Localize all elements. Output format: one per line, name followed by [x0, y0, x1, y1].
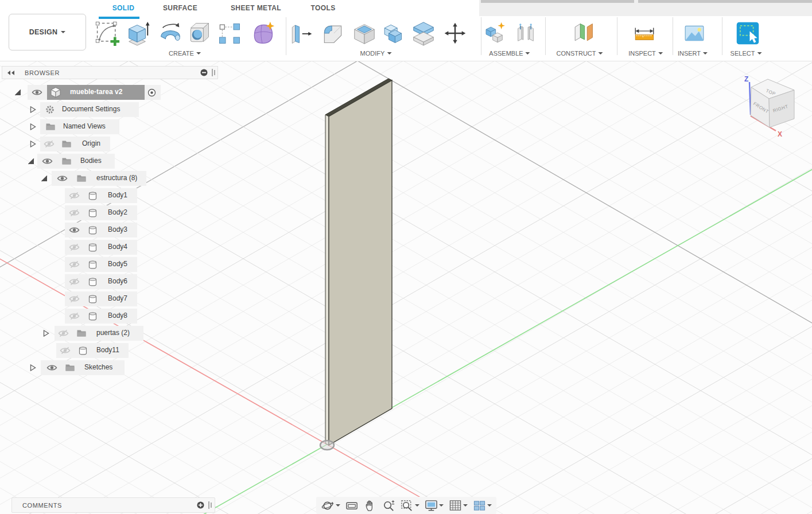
panel-drag-handle[interactable] — [211, 503, 212, 508]
eye-hidden-icon[interactable] — [69, 313, 80, 320]
construction-plane-button[interactable] — [570, 21, 595, 46]
tree-label[interactable]: Origin — [82, 139, 100, 147]
eye-hidden-icon[interactable] — [60, 347, 71, 354]
expand-arrow-icon[interactable] — [30, 141, 36, 147]
group-create[interactable]: CREATE — [169, 50, 201, 57]
tree-row-bodies[interactable]: Bodies — [0, 154, 224, 169]
eye-visible-icon[interactable] — [57, 175, 68, 182]
display-settings-button[interactable] — [423, 499, 445, 512]
tree-row-body8[interactable]: Body8 — [0, 309, 224, 324]
eye-hidden-icon[interactable] — [58, 330, 69, 337]
design-menu-button[interactable]: DESIGN — [9, 14, 86, 50]
eye-hidden-icon[interactable] — [69, 244, 80, 251]
comments-panel-header[interactable]: COMMENTS — [11, 497, 215, 513]
eye-hidden-icon[interactable] — [69, 278, 80, 285]
eye-visible-icon[interactable] — [42, 158, 53, 165]
press-pull-button[interactable] — [289, 21, 313, 45]
revolve-button[interactable] — [157, 20, 184, 46]
panel-drag-handle[interactable] — [212, 69, 213, 76]
extrude-button[interactable] — [125, 20, 151, 46]
expand-arrow-icon[interactable] — [41, 175, 48, 182]
tree-row-root-component[interactable]: mueble-tarea v2 — [0, 85, 224, 100]
insert-button[interactable] — [683, 22, 705, 44]
shell-button[interactable] — [351, 20, 378, 46]
tab-surface[interactable]: SURFACE — [163, 4, 197, 12]
tree-label[interactable]: estructura (8) — [96, 174, 137, 182]
eye-visible-icon[interactable] — [69, 227, 80, 233]
combine-button[interactable] — [379, 21, 405, 46]
expand-arrow-icon[interactable] — [30, 123, 36, 130]
tree-row-sketches[interactable]: Sketches — [0, 360, 224, 375]
tree-label[interactable]: Sketches — [84, 363, 112, 371]
group-insert[interactable]: INSERT — [678, 50, 708, 57]
add-comment-icon[interactable] — [197, 501, 204, 509]
tree-row-estructura[interactable]: estructura (8) — [0, 171, 224, 186]
tree-label[interactable]: Body3 — [108, 225, 127, 233]
browser-panel-header[interactable]: BROWSER — [2, 66, 218, 79]
tree-label[interactable]: Body11 — [96, 346, 119, 354]
eye-hidden-icon[interactable] — [69, 261, 80, 268]
tree-label[interactable]: Body6 — [108, 277, 127, 285]
panel-body3[interactable] — [325, 79, 392, 445]
fit-button[interactable] — [399, 499, 421, 512]
look-at-button[interactable] — [344, 499, 360, 512]
tab-sheet-metal[interactable]: SHEET METAL — [231, 4, 281, 12]
group-modify[interactable]: MODIFY — [360, 50, 392, 57]
move-copy-button[interactable] — [444, 22, 467, 45]
tree-row-body2[interactable]: Body2 — [0, 205, 224, 220]
tree-label[interactable]: Body1 — [108, 191, 127, 199]
eye-hidden-icon[interactable] — [69, 192, 80, 199]
tree-row-body1[interactable]: Body1 — [0, 188, 224, 203]
tab-tools[interactable]: TOOLS — [310, 4, 335, 12]
eye-hidden-icon[interactable] — [44, 141, 55, 147]
tree-label[interactable]: Body7 — [108, 294, 127, 302]
expand-arrow-icon[interactable] — [30, 106, 36, 113]
group-construct[interactable]: CONSTRUCT — [556, 50, 603, 57]
rectangular-pattern-button[interactable] — [217, 21, 242, 45]
panel-drag-handle[interactable] — [208, 501, 209, 509]
fillet-button[interactable] — [320, 21, 345, 46]
viewports-button[interactable] — [471, 499, 494, 512]
create-sketch-button[interactable] — [95, 21, 120, 46]
minimize-panel-icon[interactable] — [200, 69, 208, 76]
create-form-button[interactable] — [250, 21, 275, 46]
zoom-button[interactable] — [380, 499, 397, 512]
tree-row-origin[interactable]: Origin — [0, 137, 224, 151]
tree-row-named-views[interactable]: Named Views — [0, 119, 224, 134]
panel-drag-handle[interactable] — [214, 70, 215, 75]
tree-label[interactable]: puertas (2) — [96, 329, 130, 337]
collapse-panel-icon[interactable] — [7, 70, 15, 76]
tree-label[interactable]: Document Settings — [62, 105, 120, 113]
tree-label[interactable]: Bodies — [80, 157, 102, 165]
new-component-button[interactable] — [483, 22, 506, 45]
orbit-button[interactable] — [320, 499, 342, 512]
tab-solid[interactable]: SOLID — [112, 4, 135, 12]
group-inspect[interactable]: INSPECT — [628, 50, 663, 57]
expand-arrow-icon[interactable] — [43, 330, 49, 337]
view-cube[interactable]: TOP FRONT RIGHT Z X — [744, 75, 794, 138]
joint-button[interactable] — [514, 22, 537, 45]
expand-arrow-icon[interactable] — [14, 89, 21, 96]
select-button[interactable] — [736, 21, 760, 45]
split-body-button[interactable] — [410, 20, 437, 46]
tree-row-body6[interactable]: Body6 — [0, 274, 224, 289]
eye-visible-icon[interactable] — [46, 364, 57, 371]
grid-and-snaps-button[interactable] — [447, 499, 469, 512]
eye-hidden-icon[interactable] — [69, 209, 80, 216]
group-assemble[interactable]: ASSEMBLE — [489, 50, 530, 57]
tree-label[interactable]: Named Views — [63, 122, 106, 130]
tree-row-body7[interactable]: Body7 — [0, 291, 224, 306]
pan-button[interactable] — [362, 499, 379, 512]
tree-label[interactable]: Body4 — [108, 243, 127, 251]
eye-visible-icon[interactable] — [32, 89, 42, 96]
tree-row-body5[interactable]: Body5 — [0, 257, 224, 272]
eye-hidden-icon[interactable] — [69, 295, 80, 302]
tree-row-body3[interactable]: Body3 — [0, 223, 224, 237]
tree-label[interactable]: mueble-tarea v2 — [70, 88, 122, 96]
activate-component-radio[interactable] — [147, 88, 156, 97]
tree-row-body11[interactable]: Body11 — [0, 343, 224, 358]
tree-row-document-settings[interactable]: Document Settings — [0, 102, 224, 117]
tree-row-puertas[interactable]: puertas (2) — [0, 326, 224, 341]
group-select[interactable]: SELECT — [731, 50, 762, 57]
measure-button[interactable] — [632, 21, 656, 45]
